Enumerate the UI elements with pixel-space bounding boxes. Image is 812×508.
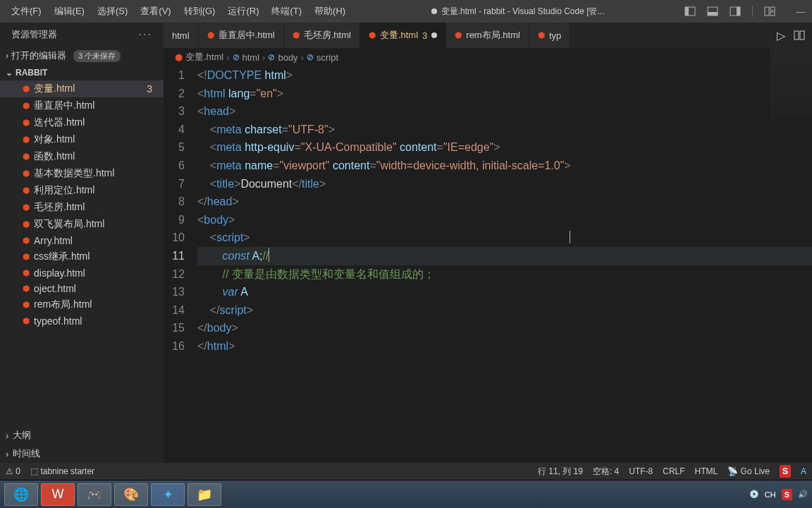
project-section[interactable]: ⌄ RABBIT: [0, 65, 164, 80]
brace-icon: ⊘: [307, 52, 314, 62]
outline-section[interactable]: ›大纲: [0, 426, 164, 445]
file-item[interactable]: ⬢rem布局.html: [0, 296, 164, 313]
tab[interactable]: ⬢rem布局.html: [446, 23, 529, 48]
explorer-title: 资源管理器: [11, 28, 57, 41]
svg-rect-1: [685, 7, 689, 16]
file-item[interactable]: ⬢对象.html: [0, 131, 164, 148]
status-tabnine[interactable]: ⬚ tabnine starter: [30, 466, 94, 476]
menu-edit[interactable]: 编辑(E): [49, 2, 90, 20]
taskbar-app[interactable]: 🎮: [78, 483, 111, 506]
taskbar-vscode[interactable]: ✦: [151, 483, 185, 506]
html-icon: ⬢: [23, 284, 30, 294]
html-icon: ⬢: [175, 52, 183, 63]
file-item[interactable]: ⬢垂直居中.html: [0, 97, 164, 114]
code-editor[interactable]: 12345678910111213141516 <!DOCTYPE html> …: [164, 66, 812, 463]
file-item[interactable]: ⬢双飞翼布局.html: [0, 216, 164, 233]
file-item[interactable]: ⬢typeof.html: [0, 313, 164, 329]
timeline-section[interactable]: ›时间线: [0, 445, 164, 463]
explorer-more-icon[interactable]: ···: [139, 28, 152, 41]
file-item[interactable]: ⬢css继承.html: [0, 248, 164, 265]
menu-select[interactable]: 选择(S): [92, 2, 133, 20]
file-item[interactable]: ⬢Arry.html: [0, 233, 164, 248]
file-item[interactable]: ⬢display.html: [0, 265, 164, 281]
panel-bottom-icon[interactable]: [707, 6, 718, 17]
line-numbers: 12345678910111213141516: [164, 66, 197, 463]
menu-file[interactable]: 文件(F): [6, 2, 47, 20]
html-icon: ⬢: [23, 300, 30, 310]
html-icon: ⬢: [23, 219, 30, 229]
taskbar: 🌐 W 🎮 🎨 ✦ 📁 💿 CH S 🔊: [0, 480, 812, 508]
svg-rect-7: [770, 7, 775, 11]
modified-dot-icon: [431, 32, 437, 38]
breadcrumb[interactable]: ⬢ 变量.html› ⊘html› ⊘body› ⊘script: [164, 48, 812, 66]
run-icon[interactable]: ▷: [777, 29, 785, 42]
svg-rect-6: [765, 7, 769, 16]
divider: [752, 6, 753, 17]
svg-rect-10: [800, 31, 804, 40]
minimize-icon[interactable]: —: [795, 6, 806, 17]
brace-icon: ⊘: [268, 52, 275, 62]
file-item[interactable]: ⬢基本数据类型.html: [0, 165, 164, 182]
split-icon[interactable]: [794, 30, 805, 41]
tab[interactable]: html: [164, 23, 199, 48]
minimap[interactable]: [770, 48, 812, 119]
menu-terminal[interactable]: 终端(T): [266, 2, 307, 20]
ime-indicator[interactable]: S: [780, 465, 791, 478]
taskbar-paint[interactable]: 🎨: [114, 483, 148, 506]
chevron-right-icon: ›: [6, 430, 8, 441]
taskbar-chrome[interactable]: 🌐: [4, 483, 38, 506]
menu-help[interactable]: 帮助(H): [309, 2, 351, 20]
panel-left-icon[interactable]: [684, 6, 696, 17]
html-icon: ⬢: [23, 186, 30, 195]
chevron-right-icon: ›: [6, 449, 8, 459]
titlebar: 文件(F) 编辑(E) 选择(S) 查看(V) 转到(G) 运行(R) 终端(T…: [0, 0, 812, 23]
file-item[interactable]: ⬢毛坯房.html: [0, 199, 164, 216]
status-eol[interactable]: CRLF: [663, 466, 684, 476]
chevron-right-icon: ›: [6, 51, 8, 61]
file-item[interactable]: ⬢迭代器.html: [0, 114, 164, 131]
code-content[interactable]: <!DOCTYPE html> <html lang="en"> <head> …: [197, 66, 812, 463]
tab-actions: ▷: [770, 23, 812, 48]
menu-goto[interactable]: 转到(G): [178, 2, 221, 20]
svg-rect-3: [708, 12, 718, 16]
customize-layout-icon[interactable]: [764, 6, 775, 17]
tab-active[interactable]: ⬢变量.html3: [360, 23, 446, 48]
text-cursor-icon: [269, 248, 269, 262]
status-encoding[interactable]: UTF-8: [629, 466, 653, 476]
html-icon: ⬢: [23, 101, 30, 111]
window-title: 变量.html - rabbit - Visual Studio Code [管…: [351, 6, 684, 18]
status-spaces[interactable]: 空格: 4: [593, 466, 619, 478]
menu-view[interactable]: 查看(V): [135, 2, 176, 20]
tab[interactable]: ⬢垂直居中.html: [199, 23, 284, 48]
file-item[interactable]: ⬢函数.html: [0, 148, 164, 165]
html-icon: ⬢: [207, 30, 214, 40]
tab[interactable]: ⬢typ: [529, 23, 570, 48]
tray-ime[interactable]: CH: [765, 490, 776, 499]
file-item[interactable]: ⬢利用定位.html: [0, 182, 164, 199]
ime-mode[interactable]: A: [801, 466, 806, 476]
status-warnings[interactable]: ⚠ 0: [6, 466, 20, 476]
html-icon: ⬢: [23, 202, 30, 212]
tray-icon[interactable]: 💿: [749, 490, 759, 499]
svg-rect-9: [794, 31, 799, 40]
open-editors-section[interactable]: › 打开的编辑器 3 个未保存: [0, 47, 164, 65]
html-icon: ⬢: [23, 152, 30, 162]
status-cursor[interactable]: 行 11, 列 19: [538, 466, 583, 478]
panel-right-icon[interactable]: [730, 6, 741, 17]
tray-icon[interactable]: 🔊: [798, 490, 808, 499]
html-icon: ⬢: [23, 84, 30, 94]
status-golive[interactable]: 📡 Go Live: [727, 466, 770, 476]
system-tray[interactable]: 💿 CH S 🔊: [749, 489, 808, 500]
html-icon: ⬢: [23, 169, 30, 179]
html-icon: ⬢: [369, 30, 376, 40]
file-item[interactable]: ⬢oject.html: [0, 281, 164, 296]
menubar: 文件(F) 编辑(E) 选择(S) 查看(V) 转到(G) 运行(R) 终端(T…: [6, 2, 351, 20]
html-icon: ⬢: [455, 30, 462, 40]
file-item[interactable]: ⬢变量.html3: [0, 80, 164, 97]
tab[interactable]: ⬢毛坯房.html: [284, 23, 360, 48]
tray-ime-toggle[interactable]: S: [782, 489, 792, 500]
status-language[interactable]: HTML: [695, 466, 718, 476]
taskbar-wps[interactable]: W: [41, 483, 75, 506]
menu-run[interactable]: 运行(R): [222, 2, 264, 20]
taskbar-explorer[interactable]: 📁: [187, 483, 221, 506]
